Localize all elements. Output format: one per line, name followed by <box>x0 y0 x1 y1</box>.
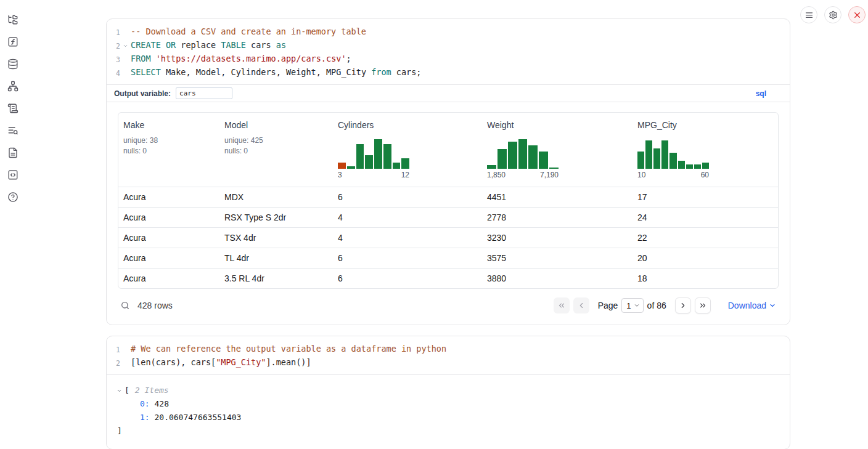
histogram-bar[interactable] <box>686 164 693 169</box>
histogram-bar[interactable] <box>678 161 685 169</box>
page-select[interactable]: 1 <box>621 298 643 313</box>
histogram-bar[interactable] <box>365 155 373 169</box>
search-icon[interactable] <box>120 301 130 310</box>
menu-button[interactable] <box>800 6 817 23</box>
table-cell: 3230 <box>482 228 633 248</box>
table-cell: TSX 4dr <box>219 228 333 248</box>
scratchpad-icon[interactable] <box>7 103 18 114</box>
chevron-down-icon <box>634 302 640 309</box>
help-icon[interactable] <box>7 192 18 203</box>
total-pages-label: of 86 <box>647 301 666 310</box>
code-text: CREATE OR replace TABLE cars as <box>131 39 286 52</box>
column-header-model[interactable]: Model unique: 425 nulls: 0 <box>219 113 333 187</box>
histogram-bar[interactable] <box>508 142 517 169</box>
documentation-icon[interactable] <box>7 147 18 158</box>
weight-histogram[interactable]: 1,8507,190 <box>487 138 559 179</box>
table-cell: 18 <box>633 269 778 289</box>
code-line[interactable]: 1# We can reference the output variable … <box>107 342 790 356</box>
language-badge[interactable]: sql <box>756 89 766 98</box>
histogram-bar[interactable] <box>661 140 668 169</box>
first-page-button[interactable] <box>554 297 570 313</box>
fold-gutter <box>120 342 131 356</box>
table-cell: 3575 <box>482 248 633 269</box>
histogram-bar[interactable] <box>669 153 676 169</box>
code-line[interactable]: 2[len(cars), cars["MPG_City"].mean()] <box>107 356 790 370</box>
table-row[interactable]: AcuraTL 4dr6357520 <box>118 248 778 269</box>
histogram-bar[interactable] <box>518 139 528 169</box>
column-name: Cylinders <box>338 120 477 130</box>
histogram-bar[interactable] <box>539 152 548 169</box>
menu-icon <box>805 10 814 20</box>
cylinders-histogram[interactable]: 312 <box>338 138 409 179</box>
logs-icon[interactable] <box>7 125 18 136</box>
settings-button[interactable] <box>824 6 841 23</box>
sql-cell: 1-- Download a CSV and create an in-memo… <box>106 18 790 325</box>
histogram-bar[interactable] <box>645 140 652 169</box>
collapse-chevron-icon[interactable] <box>117 388 125 394</box>
histogram-bar[interactable] <box>694 164 701 169</box>
next-page-button[interactable] <box>675 297 691 313</box>
chevrons-right-icon <box>698 301 707 310</box>
file-tree-icon[interactable] <box>7 14 18 25</box>
histogram-bar[interactable] <box>653 148 660 169</box>
column-header-cylinders[interactable]: Cylinders 312 <box>333 113 482 187</box>
output-list-item: 1: 20.060747663551403 <box>117 411 780 424</box>
code-line[interactable]: 2CREATE OR replace TABLE cars as <box>107 39 790 52</box>
code-line[interactable]: 3FROM 'https://datasets.marimo.app/cars.… <box>107 52 790 66</box>
table-cell: 6 <box>333 187 482 208</box>
histogram-bar[interactable] <box>401 158 409 169</box>
table-row[interactable]: Acura3.5 RL 4dr6388018 <box>118 269 778 289</box>
column-name: Model <box>224 120 328 130</box>
histogram-bar[interactable] <box>383 144 391 169</box>
mpg-city-histogram[interactable]: 1060 <box>637 138 709 179</box>
prev-page-button[interactable] <box>573 297 589 313</box>
open-bracket: [ <box>125 384 129 397</box>
histogram-bar[interactable] <box>497 149 507 169</box>
fold-gutter <box>120 356 131 370</box>
histogram-bar[interactable] <box>702 163 709 169</box>
datasources-icon[interactable] <box>7 59 18 70</box>
variables-icon[interactable] <box>7 36 18 47</box>
sql-editor[interactable]: 1-- Download a CSV and create an in-memo… <box>107 19 790 84</box>
table-row[interactable]: AcuraTSX 4dr4323022 <box>118 228 778 248</box>
download-button[interactable]: Download <box>728 301 776 310</box>
dependency-graph-icon[interactable] <box>7 81 18 92</box>
output-variable-input[interactable] <box>176 87 232 99</box>
code-line[interactable]: 4SELECT Make, Model, Cylinders, Weight, … <box>107 66 790 79</box>
histogram-bar[interactable] <box>393 163 401 169</box>
left-sidebar <box>0 0 26 449</box>
table-cell: 3880 <box>482 269 633 289</box>
snippets-icon[interactable] <box>7 169 18 180</box>
output-variable-bar: Output variable: sql <box>107 84 790 102</box>
last-page-button[interactable] <box>695 297 711 313</box>
histogram-range-labels: 1,8507,190 <box>487 171 559 179</box>
histogram-bar[interactable] <box>356 144 364 169</box>
gear-icon <box>829 10 838 20</box>
table-cell: 24 <box>633 208 778 228</box>
code-line[interactable]: 1-- Download a CSV and create an in-memo… <box>107 25 790 39</box>
close-button[interactable] <box>848 6 866 23</box>
fold-chevron-icon[interactable] <box>120 39 131 52</box>
histogram-bar[interactable] <box>487 165 496 169</box>
column-header-make[interactable]: Make unique: 38 nulls: 0 <box>118 113 219 187</box>
table-row[interactable]: AcuraRSX Type S 2dr4277824 <box>118 208 778 228</box>
notebook-cells: 1-- Download a CSV and create an in-memo… <box>106 18 790 449</box>
histogram-bar[interactable] <box>338 163 346 169</box>
table-row[interactable]: AcuraMDX6445117 <box>118 187 778 208</box>
table-cell: Acura <box>118 187 219 208</box>
chevron-right-icon <box>679 301 687 310</box>
histogram-bar[interactable] <box>347 166 355 169</box>
histogram-bar[interactable] <box>549 168 559 169</box>
histogram-bar[interactable] <box>637 152 644 169</box>
column-name: Make <box>123 120 215 130</box>
line-number: 4 <box>107 66 120 79</box>
histogram-bar[interactable] <box>528 145 538 169</box>
column-header-weight[interactable]: Weight 1,8507,190 <box>482 113 633 187</box>
column-header-mpg-city[interactable]: MPG_City 1060 <box>633 113 778 187</box>
table-cell: MDX <box>219 187 333 208</box>
code-text: SELECT Make, Model, Cylinders, Weight, M… <box>131 66 421 79</box>
histogram-bar[interactable] <box>374 139 382 169</box>
python-editor[interactable]: 1# We can reference the output variable … <box>107 336 790 374</box>
column-stats: unique: 38 nulls: 0 <box>123 136 215 156</box>
column-name: Weight <box>487 120 628 130</box>
